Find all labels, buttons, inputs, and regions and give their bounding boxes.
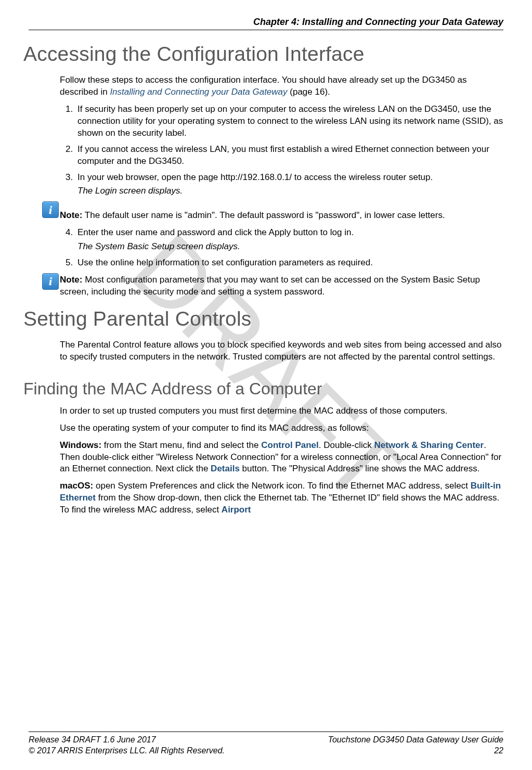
link-network-sharing[interactable]: Network & Sharing Center [374, 440, 484, 450]
link-airport[interactable]: Airport [222, 505, 251, 515]
note2-text: Most configuration parameters that you m… [60, 275, 480, 297]
parental-body: The Parental Control feature allows you … [60, 339, 503, 363]
step-2: If you cannot access the wireless LAN, y… [75, 144, 503, 168]
link-installing-guide[interactable]: Installing and Connecting your Data Gate… [110, 87, 287, 97]
info-icon: i [42, 201, 59, 218]
step-4-text: Enter the user name and password and cli… [77, 227, 354, 237]
windows-para: Windows: from the Start menu, find and s… [60, 440, 503, 476]
mac-p1: In order to set up trusted computers you… [60, 405, 503, 417]
intro-paragraph: Follow these steps to access the configu… [60, 74, 503, 98]
win-b: . Double-click [319, 440, 374, 450]
mac-b: from the Show drop-down, then click the … [60, 493, 499, 515]
heading-finding-mac: Finding the MAC Address of a Computer [23, 378, 503, 400]
intro-text-b: (page 16). [288, 87, 330, 97]
step-4: Enter the user name and password and cli… [75, 227, 503, 253]
step-1: If security has been properly set up on … [75, 104, 503, 139]
mac-a: open System Preferences and click the Ne… [93, 481, 470, 491]
link-control-panel[interactable]: Control Panel [261, 440, 319, 450]
link-details[interactable]: Details [211, 464, 240, 473]
heading-accessing-config: Accessing the Configuration Interface [23, 41, 503, 68]
step-5: Use the online help information to set c… [75, 257, 503, 269]
mac-p2: Use the operating system of your compute… [60, 422, 503, 434]
step-3-text: In your web browser, open the page http:… [77, 172, 433, 182]
page-footer: Release 34 DRAFT 1.6 June 2017 © 2017 AR… [29, 732, 503, 756]
footer-guide: Touchstone DG3450 Data Gateway User Guid… [328, 734, 503, 746]
heading-parental-controls: Setting Parental Controls [23, 305, 503, 333]
info-icon: i [42, 273, 59, 290]
note1-text: The default user name is "admin". The de… [82, 210, 445, 220]
step-3: In your web browser, open the page http:… [75, 172, 503, 198]
note1-label: Note: [60, 210, 82, 220]
footer-page-number: 22 [328, 745, 503, 756]
windows-label: Windows: [60, 440, 101, 450]
macos-label: macOS: [60, 481, 93, 491]
win-d: button. The "Physical Address" line show… [240, 464, 480, 473]
macos-para: macOS: open System Preferences and click… [60, 480, 503, 516]
note-block-2: i Note: Most configuration parameters th… [60, 274, 503, 298]
chapter-header: Chapter 4: Installing and Connecting you… [29, 16, 503, 30]
step-3-result: The Login screen displays. [77, 185, 503, 197]
note-block-1: i Note: The default user name is "admin"… [60, 202, 503, 222]
footer-copyright: © 2017 ARRIS Enterprises LLC. All Rights… [29, 745, 225, 756]
note2-label: Note: [60, 275, 82, 285]
win-a: from the Start menu, find and select the [101, 440, 261, 450]
step-4-result: The System Basic Setup screen displays. [77, 241, 503, 253]
footer-release: Release 34 DRAFT 1.6 June 2017 [29, 734, 225, 746]
